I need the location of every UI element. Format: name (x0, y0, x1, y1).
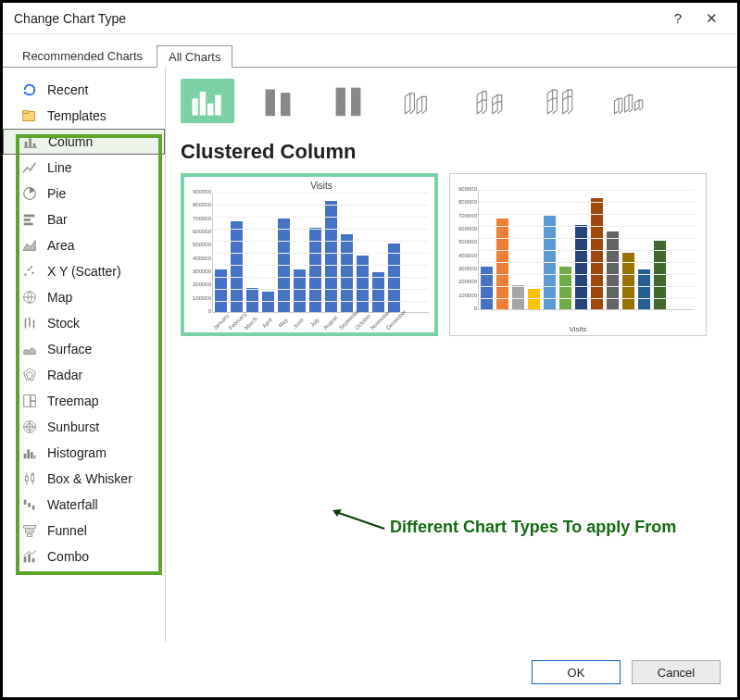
main-panel: Clustered Column Visits 9000008000007000… (166, 68, 737, 642)
subtype-3d-clustered-column[interactable] (392, 79, 445, 123)
map-icon (21, 289, 38, 306)
svg-rect-21 (31, 452, 33, 458)
preview2-xaxis-label: Visits (450, 325, 706, 333)
scatter-icon (21, 263, 38, 280)
y-ticks: 9000008000007000006000005000004000003000… (187, 189, 211, 314)
preview-title: Visits (212, 181, 431, 191)
boxwhisker-icon (21, 470, 38, 487)
sidebar-item-label: Line (47, 160, 71, 175)
sidebar-item-waterfall[interactable]: Waterfall (3, 492, 165, 518)
sidebar-item-label: Histogram (47, 445, 107, 460)
column-icon (22, 133, 39, 150)
subtype-3d-column[interactable] (603, 79, 657, 123)
stock-icon (21, 315, 38, 331)
svg-rect-2 (25, 142, 28, 147)
svg-rect-30 (27, 534, 31, 537)
preview1-chart: 9000008000007000006000005000004000003000… (212, 193, 429, 313)
sidebar-item-label: Bar (47, 212, 68, 227)
subtype-stacked100-column[interactable] (321, 79, 375, 123)
sidebar-item-column[interactable]: Column (3, 129, 165, 155)
sidebar-item-line[interactable]: Line (3, 155, 165, 181)
sidebar-item-treemap[interactable]: Treemap (3, 388, 165, 414)
svg-rect-33 (32, 558, 35, 563)
sidebar-item-stock[interactable]: Stock (3, 310, 165, 336)
svg-rect-7 (24, 219, 31, 221)
sidebar-item-label: Stock (47, 316, 80, 331)
sidebar-item-label: Funnel (47, 523, 87, 538)
annotation-text: Different Chart Types To apply From (390, 518, 676, 537)
svg-rect-41 (282, 106, 290, 116)
sidebar-item-scatter[interactable]: X Y (Scatter) (3, 258, 165, 284)
svg-rect-27 (32, 506, 35, 510)
sidebar-item-pie[interactable]: Pie (3, 181, 165, 206)
cancel-button[interactable]: Cancel (632, 660, 721, 684)
templates-icon (21, 107, 38, 124)
help-button[interactable]: ? (661, 6, 695, 31)
subtype-heading: Clustered Column (181, 140, 722, 164)
sidebar-item-label: Recent (47, 82, 88, 97)
sidebar-item-recent[interactable]: Recent (3, 77, 165, 103)
svg-rect-4 (33, 144, 36, 148)
combo-icon (21, 548, 38, 565)
sidebar-item-templates[interactable]: Templates (3, 103, 165, 129)
svg-point-9 (24, 273, 26, 275)
sidebar-item-sunburst[interactable]: Sunburst (3, 414, 165, 440)
svg-rect-8 (24, 223, 33, 226)
sidebar-item-label: Treemap (47, 394, 99, 408)
sidebar-item-radar[interactable]: Radar (3, 362, 165, 388)
subtype-3d-stacked100-column[interactable] (533, 79, 586, 123)
sunburst-icon (21, 419, 38, 435)
subtype-clustered-column[interactable] (181, 79, 234, 123)
funnel-icon (21, 522, 38, 539)
svg-rect-26 (28, 503, 31, 507)
sidebar-item-label: Box & Whisker (47, 471, 132, 486)
subtype-stacked-column[interactable] (251, 79, 305, 123)
sidebar-item-label: Radar (47, 368, 82, 382)
svg-rect-22 (34, 456, 36, 459)
svg-rect-6 (24, 215, 35, 218)
svg-rect-45 (352, 96, 360, 115)
sidebar-item-area[interactable]: Area (3, 232, 165, 258)
footer: OK Cancel (532, 660, 721, 684)
chart-previews: Visits 900000800000700000600000500000400… (181, 173, 722, 336)
preview2-chart: 9000008000007000006000005000004000003000… (478, 190, 695, 310)
svg-rect-39 (266, 102, 274, 116)
svg-rect-23 (26, 476, 29, 481)
ok-button[interactable]: OK (532, 660, 621, 684)
tab-all-charts[interactable]: All Charts (157, 45, 232, 68)
sidebar-item-combo[interactable]: Combo (3, 544, 165, 569)
sidebar-item-label: Area (47, 238, 75, 253)
x-ticks: JanuaryFebruaryMarchAprilMayJuneJulyAugu… (212, 327, 429, 332)
sidebar-item-funnel[interactable]: Funnel (3, 518, 165, 544)
svg-rect-3 (29, 138, 31, 147)
sidebar-item-label: Templates (47, 108, 107, 123)
svg-rect-32 (28, 554, 31, 562)
preview-by-series[interactable]: 9000008000007000006000005000004000003000… (449, 173, 707, 336)
area-icon (21, 237, 38, 254)
bar-icon (21, 211, 38, 228)
tab-recommended-charts[interactable]: Recommended Charts (10, 44, 155, 67)
sidebar-item-label: Combo (47, 549, 89, 564)
sidebar-item-surface[interactable]: Surface (3, 336, 165, 362)
surface-icon (21, 341, 38, 357)
sidebar-item-boxwhisker[interactable]: Box & Whisker (3, 466, 165, 492)
svg-rect-35 (200, 92, 206, 116)
svg-point-12 (31, 266, 32, 268)
treemap-icon (21, 393, 38, 409)
sidebar-item-label: Waterfall (47, 497, 98, 512)
y-ticks: 9000008000007000006000005000004000003000… (453, 186, 477, 311)
svg-rect-37 (215, 95, 220, 116)
waterfall-icon (21, 496, 38, 513)
close-button[interactable]: ✕ (695, 6, 728, 31)
svg-rect-43 (336, 102, 345, 116)
histogram-icon (21, 444, 38, 461)
radar-icon (21, 367, 38, 383)
chart-subtypes (181, 79, 722, 123)
preview-title (478, 178, 702, 188)
sidebar-item-map[interactable]: Map (3, 284, 165, 310)
svg-rect-16 (31, 401, 35, 406)
sidebar-item-histogram[interactable]: Histogram (3, 440, 165, 466)
preview-by-month[interactable]: Visits 900000800000700000600000500000400… (181, 173, 438, 336)
subtype-3d-stacked-column[interactable] (462, 79, 516, 123)
sidebar-item-bar[interactable]: Bar (3, 206, 165, 232)
